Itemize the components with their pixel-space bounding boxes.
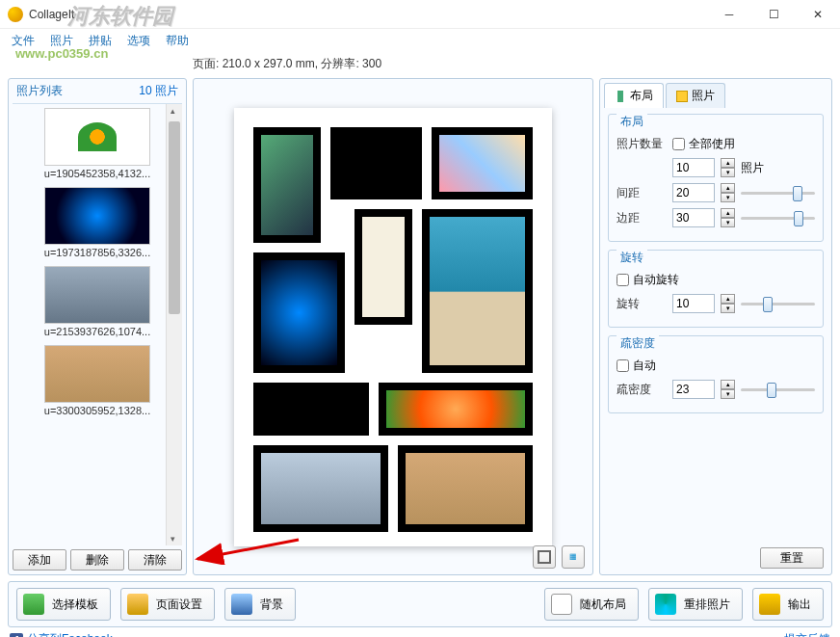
thumbnail-list: u=1905452358,4132... u=1973187856,3326..… bbox=[13, 103, 182, 545]
tab-photo[interactable]: 照片 bbox=[666, 83, 725, 108]
watermark-text: 河东软件园 bbox=[67, 2, 173, 31]
crop-tool-button[interactable] bbox=[533, 545, 556, 569]
scroll-thumb[interactable] bbox=[169, 121, 180, 314]
collage-frame[interactable] bbox=[379, 383, 533, 436]
button-label: 背景 bbox=[260, 597, 283, 613]
close-button[interactable]: ✕ bbox=[796, 0, 840, 29]
maximize-button[interactable]: ☐ bbox=[751, 0, 796, 29]
auto-rotate-checkbox[interactable] bbox=[617, 274, 629, 286]
tab-photo-label: 照片 bbox=[692, 88, 715, 104]
output-button[interactable]: 输出 bbox=[752, 588, 824, 621]
menu-collage[interactable]: 拼贴 bbox=[83, 31, 118, 51]
minimize-button[interactable]: ─ bbox=[707, 0, 751, 29]
thumbnail-image bbox=[44, 345, 150, 403]
thumbnail-caption: u=1973187856,3326... bbox=[13, 247, 182, 258]
menu-photo[interactable]: 照片 bbox=[44, 31, 79, 51]
photo-count-input[interactable] bbox=[672, 158, 715, 177]
rotate-label: 旋转 bbox=[617, 296, 667, 312]
title-bar: CollageIt 河东软件园 ─ ☐ ✕ bbox=[0, 0, 840, 29]
crop-icon bbox=[538, 550, 551, 564]
list-item[interactable]: u=2153937626,1074... bbox=[13, 262, 182, 341]
rotate-spinner[interactable]: ▴▾ bbox=[721, 294, 735, 313]
menu-bar: 文件 照片 拼贴 选项 帮助 www.pc0359.cn bbox=[0, 29, 840, 52]
random-layout-button[interactable]: 随机布局 bbox=[544, 588, 639, 621]
page-setup-button[interactable]: 页面设置 bbox=[120, 588, 215, 621]
collage-frame[interactable] bbox=[253, 445, 388, 532]
scrollbar[interactable] bbox=[166, 104, 182, 545]
density-spinner[interactable]: ▴▾ bbox=[721, 380, 735, 399]
collage-frame[interactable] bbox=[398, 445, 533, 532]
dice-icon bbox=[551, 594, 572, 615]
use-all-label: 全部使用 bbox=[689, 136, 735, 152]
footer: f分享到Facebook 提交反馈 bbox=[0, 627, 840, 637]
collage-frame[interactable] bbox=[354, 209, 412, 325]
density-input[interactable] bbox=[672, 380, 715, 399]
list-item[interactable]: u=1905452358,4132... bbox=[13, 104, 182, 183]
margin-label: 边距 bbox=[617, 210, 667, 226]
spacing-input[interactable] bbox=[672, 183, 715, 202]
margin-slider[interactable] bbox=[741, 209, 815, 226]
button-label: 页面设置 bbox=[156, 597, 202, 613]
photo-icon bbox=[676, 91, 688, 102]
spacing-label: 间距 bbox=[617, 185, 667, 201]
spacing-spinner[interactable]: ▴▾ bbox=[721, 183, 735, 202]
margin-spinner[interactable]: ▴▾ bbox=[721, 208, 735, 227]
photo-count-spinner[interactable]: ▴▾ bbox=[721, 158, 735, 177]
reset-button[interactable]: 重置 bbox=[760, 547, 824, 569]
delete-button[interactable]: 删除 bbox=[70, 549, 124, 571]
background-icon bbox=[231, 594, 252, 615]
auto-density-checkbox[interactable] bbox=[617, 359, 629, 372]
button-label: 选择模板 bbox=[52, 597, 98, 613]
group-title: 疏密度 bbox=[617, 335, 659, 352]
background-button[interactable]: 背景 bbox=[224, 588, 296, 621]
link-label: 分享到Facebook bbox=[27, 631, 113, 637]
thumbnail-caption: u=3300305952,1328... bbox=[13, 405, 182, 416]
rotate-input[interactable] bbox=[672, 294, 715, 313]
menu-file[interactable]: 文件 bbox=[6, 31, 40, 51]
tab-layout[interactable]: 布局 bbox=[604, 83, 664, 108]
window-title: CollageIt bbox=[29, 8, 74, 21]
group-title: 布局 bbox=[617, 114, 647, 130]
group-density: 疏密度 自动 疏密度 ▴▾ bbox=[608, 335, 824, 413]
menu-options[interactable]: 选项 bbox=[121, 31, 156, 51]
button-label: 重排照片 bbox=[684, 597, 730, 613]
list-item[interactable]: u=3300305952,1328... bbox=[13, 341, 182, 420]
page-info: 页面: 210.0 x 297.0 mm, 分辨率: 300 bbox=[0, 52, 840, 78]
thumbnail-image bbox=[44, 266, 150, 324]
arrange-tool-button[interactable]: ▦ bbox=[562, 545, 585, 569]
collage-frame[interactable] bbox=[253, 383, 369, 436]
canvas-panel: ▦ bbox=[193, 78, 593, 575]
photo-list-panel: 照片列表 10 照片 u=1905452358,4132... u=197318… bbox=[8, 78, 187, 575]
bottom-toolbar: 选择模板 页面设置 背景 随机布局 重排照片 输出 bbox=[8, 581, 832, 627]
photo-list-title: 照片列表 bbox=[16, 83, 63, 99]
collage-canvas[interactable] bbox=[234, 108, 552, 546]
facebook-icon: f bbox=[10, 633, 23, 638]
spacing-slider[interactable] bbox=[741, 184, 815, 201]
add-button[interactable]: 添加 bbox=[13, 549, 66, 571]
photo-count-label: 照片数量 bbox=[617, 136, 667, 152]
collage-frame[interactable] bbox=[422, 209, 533, 373]
page-icon bbox=[127, 594, 148, 615]
tab-layout-label: 布局 bbox=[630, 88, 653, 104]
refresh-icon bbox=[655, 594, 676, 615]
feedback-link[interactable]: 提交反馈 bbox=[784, 631, 830, 637]
share-facebook-link[interactable]: f分享到Facebook bbox=[10, 631, 113, 637]
density-slider[interactable] bbox=[741, 381, 815, 398]
rotate-slider[interactable] bbox=[741, 295, 815, 312]
margin-input[interactable] bbox=[672, 208, 715, 227]
collage-frame[interactable] bbox=[432, 127, 533, 199]
group-title: 旋转 bbox=[617, 250, 647, 266]
collage-frame[interactable] bbox=[253, 127, 321, 243]
collage-frame[interactable] bbox=[330, 127, 422, 199]
rearrange-button[interactable]: 重排照片 bbox=[648, 588, 743, 621]
menu-help[interactable]: 帮助 bbox=[160, 31, 195, 51]
select-template-button[interactable]: 选择模板 bbox=[16, 588, 111, 621]
properties-panel: 布局 照片 布局 照片数量 全部使用 ▴▾ 照片 间距 ▴▾ bbox=[599, 78, 832, 575]
export-icon bbox=[759, 594, 780, 615]
use-all-checkbox[interactable] bbox=[672, 138, 685, 150]
group-layout: 布局 照片数量 全部使用 ▴▾ 照片 间距 ▴▾ 边距 bbox=[608, 114, 824, 242]
list-item[interactable]: u=1973187856,3326... bbox=[13, 183, 182, 262]
auto-rotate-label: 自动旋转 bbox=[633, 272, 679, 288]
clear-button[interactable]: 清除 bbox=[128, 549, 182, 571]
collage-frame[interactable] bbox=[253, 252, 345, 373]
